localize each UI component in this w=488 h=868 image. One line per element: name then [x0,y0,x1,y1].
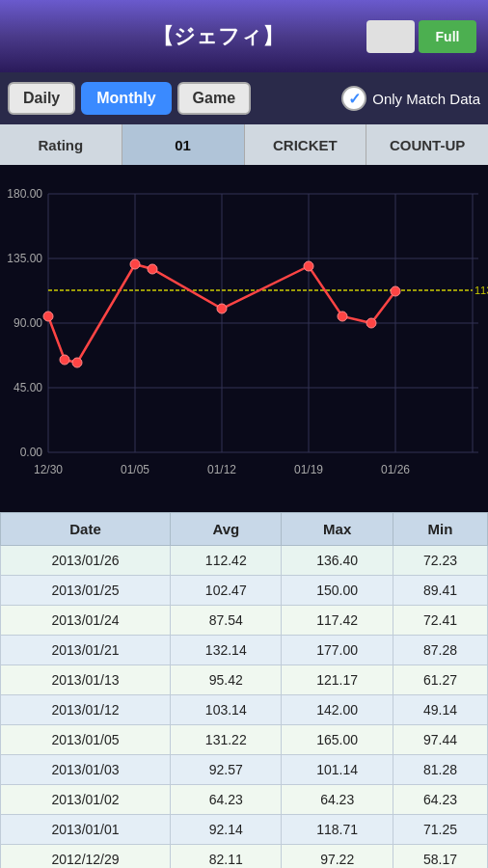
table-header-row: Date Avg Max Min [1,513,488,546]
cell-8-1: 64.23 [171,785,282,815]
sub-tab-countup[interactable]: COUNT-UP [366,124,488,165]
cell-7-1: 92.57 [171,755,282,785]
col-max: Max [282,513,393,546]
cell-7-2: 101.14 [282,755,393,785]
col-min: Min [393,513,487,546]
cell-5-3: 49.14 [393,695,487,725]
svg-point-30 [304,261,313,271]
svg-text:01/26: 01/26 [381,463,410,476]
tab-game[interactable]: Game [177,82,251,115]
tab-daily[interactable]: Daily [8,82,75,115]
chart-svg: 180.00 135.00 90.00 45.00 0.00 12/30 01/… [0,165,488,512]
full-button[interactable]: Full [419,20,476,53]
cell-4-1: 95.42 [171,665,282,695]
table-row: 2013/01/2487.54117.4272.41 [1,606,488,636]
col-avg: Avg [171,513,282,546]
cell-7-3: 81.28 [393,755,487,785]
svg-text:45.00: 45.00 [14,381,42,394]
cell-2-3: 72.41 [393,606,487,636]
cell-3-1: 132.14 [171,636,282,665]
header-buttons: Full [366,20,476,53]
cell-5-1: 103.14 [171,695,282,725]
chart-area: 180.00 135.00 90.00 45.00 0.00 12/30 01/… [0,165,488,512]
data-table: Date Avg Max Min 2013/01/26112.42136.407… [0,512,488,868]
cell-1-0: 2013/01/25 [1,576,171,606]
header: 【ジェフィ】 Full [0,0,488,72]
table-row: 2013/01/0392.57101.1481.28 [1,755,488,785]
table-row: 2012/12/2982.1197.2258.17 [1,845,488,869]
table-row: 2013/01/0264.2364.2364.23 [1,785,488,815]
cell-7-0: 2013/01/03 [1,755,171,785]
svg-text:135.00: 135.00 [7,252,42,265]
cell-3-3: 87.28 [393,636,487,665]
cell-4-0: 2013/01/13 [1,665,171,695]
tab-bar: Daily Monthly Game ✓ Only Match Data [0,72,488,124]
only-match-container: ✓ Only Match Data [341,86,480,111]
table-container: Date Avg Max Min 2013/01/26112.42136.407… [0,512,488,868]
sub-tabs: Rating 01 CRICKET COUNT-UP [0,124,488,165]
cell-0-0: 2013/01/26 [1,546,171,576]
cell-9-2: 118.71 [282,815,393,845]
cell-9-1: 92.14 [171,815,282,845]
cell-8-0: 2013/01/02 [1,785,171,815]
cell-2-1: 87.54 [171,606,282,636]
cell-9-0: 2013/01/01 [1,815,171,845]
svg-point-32 [366,318,376,328]
svg-text:01/12: 01/12 [207,463,236,476]
table-row: 2013/01/21132.14177.0087.28 [1,636,488,665]
cell-0-1: 112.42 [171,546,282,576]
svg-point-29 [217,304,227,313]
table-row: 2013/01/25102.47150.0089.41 [1,576,488,606]
svg-point-24 [43,312,53,321]
cell-1-2: 150.00 [282,576,393,606]
sub-tab-cricket[interactable]: CRICKET [245,124,367,165]
table-row: 2013/01/05131.22165.0097.44 [1,725,488,755]
cell-4-2: 121.17 [282,665,393,695]
svg-rect-0 [0,165,488,512]
table-row: 2013/01/0192.14118.7171.25 [1,815,488,845]
svg-point-25 [60,355,69,365]
cell-2-2: 117.42 [282,606,393,636]
svg-text:0.00: 0.00 [20,446,43,459]
sub-tab-01[interactable]: 01 [122,124,245,165]
cell-6-2: 165.00 [282,725,393,755]
cell-10-2: 97.22 [282,845,393,869]
cell-1-1: 102.47 [171,576,282,606]
only-match-label: Only Match Data [372,91,480,107]
table-row: 2013/01/1395.42121.1761.27 [1,665,488,695]
cell-4-3: 61.27 [393,665,487,695]
svg-text:90.00: 90.00 [14,316,42,330]
only-match-checkbox[interactable]: ✓ [341,86,366,111]
cell-6-0: 2013/01/05 [1,725,171,755]
svg-text:01/05: 01/05 [121,463,149,476]
cell-10-0: 2012/12/29 [1,845,171,869]
cell-10-3: 58.17 [393,845,487,869]
header-white-button[interactable] [366,20,415,53]
svg-text:180.00: 180.00 [7,187,42,201]
table-row: 2013/01/26112.42136.4072.23 [1,546,488,576]
cell-3-2: 177.00 [282,636,393,665]
svg-point-31 [338,312,347,321]
cell-6-3: 97.44 [393,725,487,755]
svg-point-28 [148,264,157,274]
svg-text:12/30: 12/30 [34,463,63,476]
tab-monthly[interactable]: Monthly [81,82,171,115]
table-row: 2013/01/12103.14142.0049.14 [1,695,488,725]
cell-8-3: 64.23 [393,785,487,815]
svg-point-27 [130,259,140,269]
cell-0-3: 72.23 [393,546,487,576]
cell-5-2: 142.00 [282,695,393,725]
cell-6-1: 131.22 [171,725,282,755]
cell-9-3: 71.25 [393,815,487,845]
svg-point-33 [391,286,400,296]
cell-10-1: 82.11 [171,845,282,869]
svg-text:113.27: 113.27 [474,285,488,296]
cell-0-2: 136.40 [282,546,393,576]
header-title: 【ジェフィ】 [69,22,366,51]
cell-1-3: 89.41 [393,576,487,606]
cell-3-0: 2013/01/21 [1,636,171,665]
cell-2-0: 2013/01/24 [1,606,171,636]
sub-tab-rating[interactable]: Rating [0,124,122,165]
svg-text:01/19: 01/19 [294,463,323,476]
cell-5-0: 2013/01/12 [1,695,171,725]
